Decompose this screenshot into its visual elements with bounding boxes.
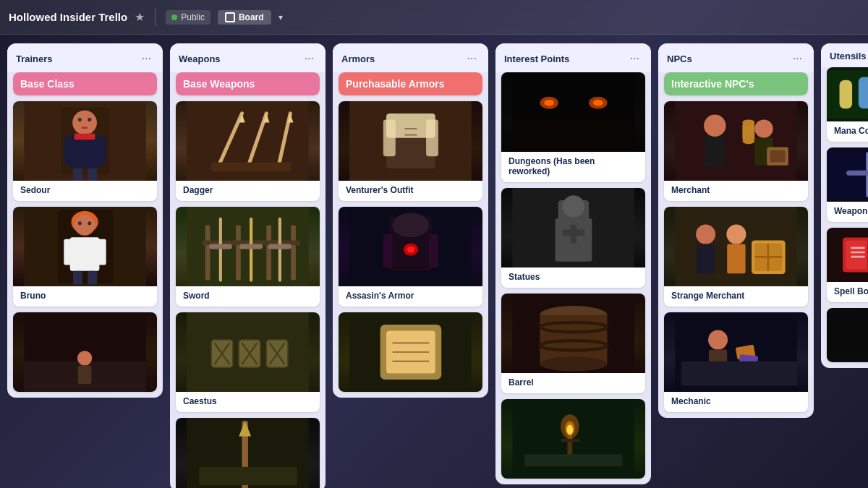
column-weapons: Weapons ··· Base Weapons [170,43,326,488]
purchasable-armors-label: Purchasable Armors [339,72,482,95]
card-strange-merchant[interactable]: Strange Merchant [664,207,808,307]
sword-text: Sword [176,286,320,307]
svg-point-128 [708,330,728,350]
card-utensil4[interactable] [827,308,868,362]
svg-rect-107 [524,454,622,466]
svg-rect-136 [859,77,868,108]
svg-rect-10 [82,127,88,129]
bruno-text: Bruno [13,286,157,307]
svg-point-109 [704,115,726,137]
card-merchant[interactable]: Merchant [664,101,808,201]
svg-rect-19 [73,271,82,285]
svg-rect-146 [851,252,864,254]
svg-point-8 [78,118,82,121]
bruno-image [13,207,157,286]
card-caestus[interactable]: Caestus [176,312,320,412]
assasin-text: Assasin's Armor [339,286,482,307]
card-weapon-b[interactable]: Weapon B... [827,147,868,222]
column-armors: Armors ··· Purchasable Armors [333,43,488,398]
svg-rect-17 [64,239,72,265]
statues-text: Statues [501,267,645,288]
barrel-text: Barrel [501,373,645,393]
weapon-b-text: Weapon B... [827,202,868,222]
card-spell-boo[interactable]: Spell Boo... [827,228,868,302]
board-badge[interactable]: Board [218,10,271,25]
column-title-npcs: NPCs [667,53,692,64]
card-sedour[interactable]: Sedour [13,101,157,201]
public-dot [171,14,177,20]
svg-rect-75 [429,234,438,268]
column-menu-trainers[interactable]: ··· [139,51,154,67]
sedour-image [13,101,157,181]
mana-con-image [827,67,868,121]
caestus-image [176,312,320,392]
column-header-interest-points: Interest Points ··· [495,43,651,72]
card-interactive-npcs[interactable]: Interactive NPC's [664,72,808,95]
dungeons-image [501,72,645,152]
svg-point-21 [78,221,82,225]
svg-point-70 [393,213,430,237]
svg-rect-36 [205,225,210,280]
column-npcs: NPCs ··· Interactive NPC's [658,43,814,418]
column-trainers: Trainers ··· Base Class [7,43,163,398]
svg-rect-135 [840,80,853,108]
svg-point-9 [88,118,91,121]
svg-rect-3 [70,135,100,169]
barrel2-image [501,399,645,479]
svg-rect-122 [727,244,745,274]
column-header-utensils: Utensils [821,43,868,67]
card-mechanic[interactable]: Mechanic [664,312,808,412]
svg-rect-106 [561,439,579,442]
card-dungeons[interactable]: Dungeons (Has been reworked) [501,72,645,182]
dungeons-text: Dungeons (Has been reworked) [501,152,645,182]
card-dagger[interactable]: Dagger [176,101,320,201]
card-assasin-armor[interactable]: Assasin's Armor [339,207,482,307]
card-armor4[interactable] [339,312,482,392]
card-trainer3[interactable] [13,312,157,392]
svg-point-86 [544,100,554,106]
svg-rect-117 [770,150,785,163]
svg-rect-4 [64,137,73,164]
column-title-utensils: Utensils [830,51,867,61]
merchant-image [664,101,808,181]
card-barrel[interactable]: Barrel [501,294,645,393]
card-base-weapons[interactable]: Base Weapons [176,72,320,95]
svg-rect-11 [75,134,95,140]
interactive-npcs-label: Interactive NPC's [664,72,808,95]
chevron-down-icon[interactable]: ▾ [278,12,283,22]
column-menu-interest-points[interactable]: ··· [627,51,642,67]
interest-points-cards: Dungeons (Has been reworked) Statu [495,72,651,484]
mechanic-text: Mechanic [664,392,808,412]
svg-rect-26 [78,366,92,384]
card-venturers-outfit[interactable]: Venturer's Outfit [339,101,482,201]
card-purchasable-armors[interactable]: Purchasable Armors [339,72,482,95]
card-sword[interactable]: Sword [176,207,320,307]
visibility-badge[interactable]: Public [166,10,210,25]
spell-boo-text: Spell Boo... [827,282,868,302]
board-area: Trainers ··· Base Class [0,35,868,488]
star-icon[interactable]: ★ [135,10,145,24]
svg-point-87 [593,100,603,106]
svg-rect-143 [846,241,868,269]
svg-rect-34 [211,163,291,172]
utensil4-image [827,308,868,362]
svg-rect-150 [827,312,868,359]
card-mana-con[interactable]: Mana Con... [827,67,868,142]
column-header-weapons: Weapons ··· [170,43,326,72]
svg-rect-74 [383,234,393,268]
barrel-image [501,294,645,373]
svg-rect-88 [512,121,634,152]
card-bruno[interactable]: Bruno [13,207,157,307]
column-menu-npcs[interactable]: ··· [790,51,805,67]
card-weapon4[interactable] [176,418,320,488]
card-base-class[interactable]: Base Class [13,72,157,95]
mechanic-image [664,312,808,392]
svg-rect-65 [426,119,438,156]
column-menu-weapons[interactable]: ··· [302,51,317,67]
card-barrel2[interactable] [501,399,645,479]
weapon4-image [176,418,320,488]
card-statues[interactable]: Statues [501,188,645,288]
svg-rect-6 [73,168,82,181]
base-weapons-label: Base Weapons [176,72,320,95]
column-menu-armors[interactable]: ··· [464,51,480,67]
